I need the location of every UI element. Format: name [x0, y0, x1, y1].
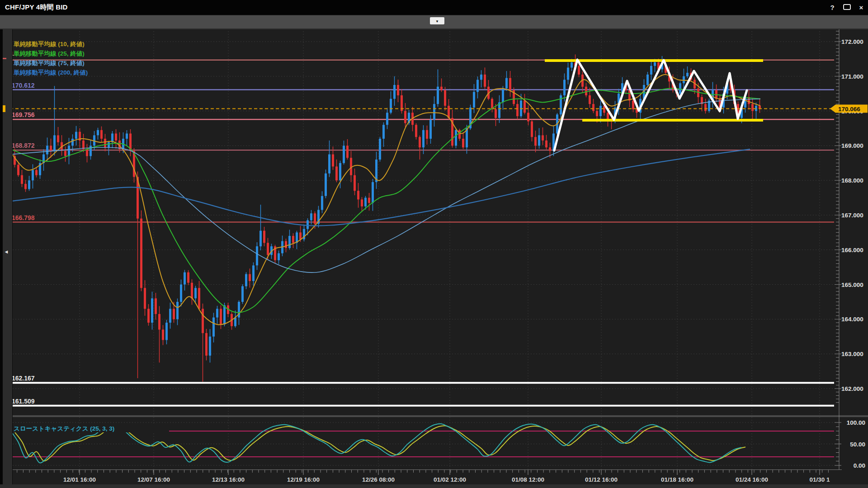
time-axis-label: 01/24 16:00	[736, 476, 768, 483]
window-buttons: ? ×	[827, 0, 866, 15]
close-icon: ×	[859, 4, 863, 11]
legend-item: 単純移動平均線 (25, 終値)	[13, 50, 85, 57]
price-axis-label: 162.000	[841, 385, 863, 392]
close-button[interactable]: ×	[856, 4, 866, 11]
left-panel-strip: ◄	[0, 28, 13, 484]
price-axis-label: 171.000	[841, 73, 863, 80]
panel-divider[interactable]	[0, 415, 868, 417]
stoch-axis-label: 50.00	[850, 441, 865, 448]
stoch-legend-label: スローストキャスティクス (25, 3, 3)	[14, 425, 114, 432]
help-icon: ?	[830, 4, 834, 11]
panel-expander-arrow[interactable]: ◄	[3, 248, 9, 255]
window-title-bar: CHF/JPY 4時間 BID ? ×	[0, 0, 868, 15]
price-line-label: 168.872	[12, 142, 35, 149]
time-axis-label: 12/01 16:00	[63, 476, 96, 483]
price-line-left-tick	[3, 58, 6, 59]
price-line-label: 161.509	[12, 398, 35, 405]
price-axis-label: 163.000	[841, 351, 863, 357]
time-axis-label: 01/02 12:00	[434, 476, 466, 483]
current-price-left-marker	[3, 105, 5, 112]
maximize-icon	[843, 4, 851, 10]
time-axis-label: 12/07 16:00	[137, 476, 170, 483]
time-axis-label: 01/08 12:00	[512, 476, 544, 483]
time-axis-label: 12/13 16:00	[212, 476, 245, 483]
stoch-axis-label: 0.00	[854, 462, 865, 469]
stoch-axis-label: 100.00	[847, 419, 865, 426]
price-axis-label: 169.000	[841, 142, 863, 149]
price-line-label: 162.167	[12, 375, 35, 382]
maximize-button[interactable]	[842, 4, 852, 11]
chevron-down-icon: ▼	[435, 19, 439, 23]
toolbar-collapse-button[interactable]: ▼	[430, 17, 444, 24]
price-axis-label: 168.000	[841, 177, 863, 184]
time-axis-label: 01/12 16:00	[585, 476, 618, 483]
price-axis-label: 164.000	[841, 316, 863, 323]
time-axis-label: 01/30 1	[809, 476, 830, 483]
time-axis-label: 01/18 16:00	[661, 476, 693, 483]
legend-item: 単純移動平均線 (200, 終値)	[13, 69, 88, 76]
time-axis-label: 12/19 16:00	[287, 476, 320, 483]
price-axis-label: 166.000	[841, 247, 863, 253]
legend-item: 単純移動平均線 (75, 終値)	[13, 60, 85, 66]
price-line-label: 166.798	[12, 214, 35, 221]
trading-chart-window: 170.612169.756168.872166.798162.167161.5…	[0, 0, 868, 488]
toolbar: ▼	[0, 15, 868, 29]
price-line-label: 169.756	[12, 111, 35, 118]
legend-item: 単純移動平均線 (10, 終値)	[13, 41, 85, 47]
chart-canvas[interactable]: 170.612169.756168.872166.798162.167161.5…	[0, 0, 868, 488]
price-axis-label: 172.000	[841, 38, 863, 45]
price-axis-label: 165.000	[841, 282, 863, 288]
price-axis-label: 167.000	[841, 212, 863, 219]
current-price-value: 170.066	[838, 106, 860, 113]
window-title: CHF/JPY 4時間 BID	[5, 3, 68, 12]
bottom-status-strip	[0, 484, 868, 488]
price-line-label: 170.612	[12, 82, 35, 89]
current-price-badge: 170.066	[830, 105, 868, 113]
help-button[interactable]: ?	[827, 4, 837, 11]
time-axis-label: 12/26 08:00	[362, 476, 395, 483]
